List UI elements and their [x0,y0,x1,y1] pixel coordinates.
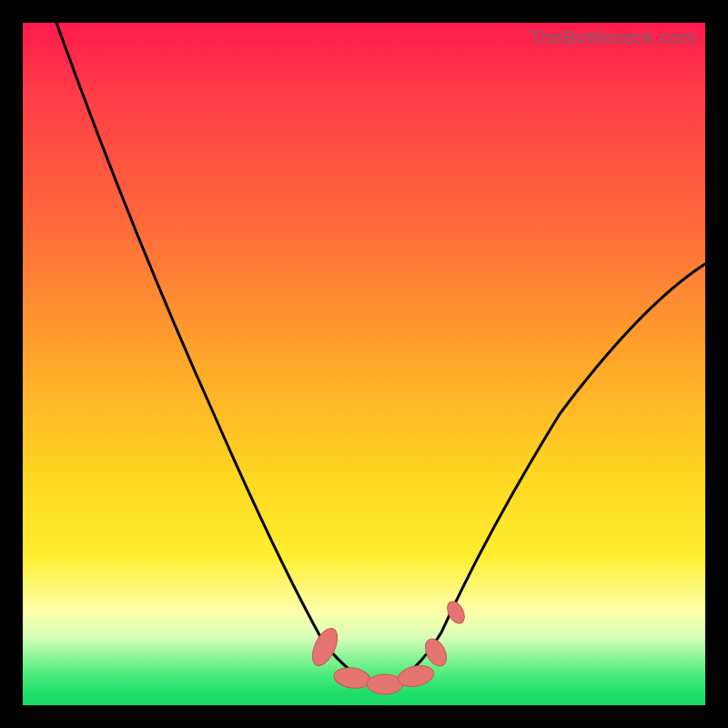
bottleneck-curve [56,23,705,687]
marker-point [308,624,343,669]
marker-point [333,665,372,690]
outer-frame: TheBottleneck.com [0,0,728,728]
plot-area: TheBottleneck.com [23,23,705,705]
marker-point [421,635,451,670]
chart-overlay [23,23,705,705]
marker-group [308,599,468,694]
